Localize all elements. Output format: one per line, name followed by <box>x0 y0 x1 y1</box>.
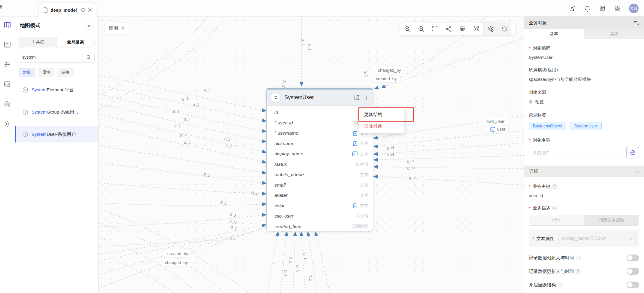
chevron-down-icon <box>629 236 632 240</box>
entity-field-row[interactable]: created_time fx 日期时间 <box>267 221 373 232</box>
entity-field-row[interactable]: user_id fx <box>267 118 373 128</box>
toggle-row: 记录数据创建人与时间 <box>529 255 639 261</box>
edge-label-text: changed_by <box>378 68 401 73</box>
text-attribute-select[interactable]: display_name-显示名称 <box>558 233 636 244</box>
create-source-value: 预置 <box>535 99 544 104</box>
inbox-download-icon[interactable] <box>614 5 621 12</box>
entity-field-row[interactable]: display_name fx 文本 <box>267 149 373 159</box>
global-search <box>19 52 95 63</box>
copy-docs-icon[interactable] <box>599 5 606 12</box>
filter-chip[interactable]: 对象 <box>19 68 35 77</box>
filter-chip[interactable]: 属性 <box>38 68 54 77</box>
field-name: color <box>274 203 350 209</box>
help-icon[interactable] <box>552 184 557 189</box>
multiplicity-label: 0..1 <box>300 38 305 45</box>
field-name: id <box>274 110 366 115</box>
fit-view-icon[interactable] <box>428 23 442 35</box>
entity-field-row[interactable]: id fx <box>267 107 373 118</box>
refresh-icon[interactable] <box>497 23 511 35</box>
right-panel-tab[interactable]: 高级 <box>584 29 644 39</box>
filter-chip[interactable]: 链接 <box>57 68 74 77</box>
search-button[interactable] <box>82 52 95 63</box>
form-list-icon[interactable] <box>4 41 11 48</box>
layout-icon[interactable] <box>456 23 469 35</box>
chevron-down-icon <box>635 168 639 172</box>
collapse-card-button[interactable] <box>271 93 281 103</box>
entity-field-row[interactable]: status fx 枚举值 <box>267 159 373 170</box>
toggle-label: 开启层级结构 <box>529 282 556 288</box>
entity-card-header: SystemUser <box>267 90 373 106</box>
clipboard-check-icon <box>353 131 358 136</box>
document-tab[interactable]: deep_model_... <box>39 3 96 17</box>
edge-label[interactable]: fx changed_by <box>162 259 191 266</box>
entity-field-row[interactable]: mobile_phone fx 文本 <box>267 169 373 180</box>
object-cube-icon <box>22 131 28 137</box>
map-mode-icon[interactable] <box>4 21 11 29</box>
field-name: avatar <box>274 193 358 198</box>
focus-node-icon[interactable] <box>469 23 483 35</box>
notifications-bell-icon[interactable] <box>584 5 591 12</box>
collapse-panel-button[interactable]: « <box>85 21 94 30</box>
toggle-switch[interactable] <box>627 282 639 288</box>
multiplicity-label: 0..1 <box>307 44 312 51</box>
entity-card-systemuser[interactable]: SystemUser id fx user_id <box>266 88 373 231</box>
add-layer-icon[interactable] <box>484 23 497 35</box>
entity-field-row[interactable]: color fx 文本 <box>267 201 373 211</box>
help-icon[interactable] <box>558 283 562 287</box>
category-tag[interactable]: SystemUser <box>570 122 601 130</box>
entity-field-row[interactable]: sso_user fx 布尔值 <box>267 211 373 221</box>
share-icon[interactable] <box>442 23 456 35</box>
help-icon[interactable] <box>552 206 557 210</box>
context-menu-item[interactable]: 移除对象 <box>359 120 404 132</box>
help-icon[interactable] <box>576 256 581 260</box>
right-panel-tab[interactable]: 基本 <box>524 29 584 39</box>
object-name-group: 对象名称 <box>529 137 639 158</box>
description-option[interactable]: 指定文本属性 <box>584 215 639 225</box>
panel-collapse-icon[interactable] <box>633 20 639 25</box>
context-menu-item[interactable]: 更新结构 <box>359 109 404 120</box>
edge-label[interactable]: fx created_by <box>164 250 191 257</box>
open-detail-icon[interactable] <box>354 95 360 101</box>
refresh-tab-icon[interactable] <box>81 8 85 12</box>
search-result-item[interactable]: SystemUser-系统用户 <box>15 126 98 142</box>
user-avatar[interactable]: 文喆 <box>629 4 639 13</box>
settings-gear-icon[interactable] <box>4 120 11 128</box>
legend-button[interactable]: 图例 <box>105 23 129 34</box>
search-result-item[interactable]: SystemGroup-系统用... <box>15 104 98 120</box>
help-icon[interactable] <box>576 269 581 274</box>
category-tag[interactable]: BusinessObject <box>529 122 566 130</box>
multiplicity-label: 0..N <box>407 166 415 171</box>
toggle-switch[interactable] <box>627 255 639 261</box>
ql-search-icon[interactable]: QL <box>4 100 11 108</box>
entity-field-row[interactable]: nickname fx 文本 <box>267 139 373 149</box>
chart-search-icon[interactable] <box>4 80 11 88</box>
i18n-globe-button[interactable] <box>627 147 639 158</box>
zoom-out-icon[interactable] <box>414 23 428 35</box>
entity-field-row[interactable]: avatar fx 文本 <box>267 190 373 201</box>
diagram-canvas[interactable]: 0..10..10..10..10..10..10..10..10..10..1… <box>99 17 524 293</box>
search-input[interactable] <box>19 52 82 63</box>
detail-section-header[interactable]: 详细 <box>524 166 644 177</box>
entity-field-row[interactable]: email fx 文本 <box>267 180 373 191</box>
edge-label[interactable]: fx own_user <box>483 118 508 125</box>
toggle-switch[interactable] <box>627 268 639 275</box>
sliders-icon[interactable] <box>4 60 11 68</box>
category-tags-group: 类别标签 BusinessObjectSystemUser <box>529 112 639 130</box>
description-option[interactable]: <无> <box>529 215 584 225</box>
edge-label[interactable]: fx user <box>487 126 509 133</box>
panel-tab[interactable]: 工具栏 <box>19 37 57 47</box>
ai-notes-icon[interactable] <box>569 5 576 12</box>
toggle-row: 开启层级结构 <box>529 282 639 288</box>
edge-label[interactable]: fx created_by <box>373 75 400 82</box>
panel-title: 地图模式 <box>20 22 40 29</box>
double-chevron-down-icon <box>121 26 125 30</box>
field-type: 文本 <box>360 141 369 146</box>
zoom-in-icon[interactable] <box>400 23 414 35</box>
edge-label[interactable]: fx changed_by <box>375 67 404 74</box>
search-result-item[interactable]: SystemElement-平台... <box>15 82 98 98</box>
entity-field-row[interactable]: username fx 文本 <box>267 128 373 139</box>
more-menu-icon[interactable] <box>364 95 369 100</box>
object-name-input[interactable] <box>529 147 627 158</box>
close-tab-icon[interactable] <box>88 8 92 12</box>
panel-tab[interactable]: 全局搜索 <box>57 37 94 47</box>
